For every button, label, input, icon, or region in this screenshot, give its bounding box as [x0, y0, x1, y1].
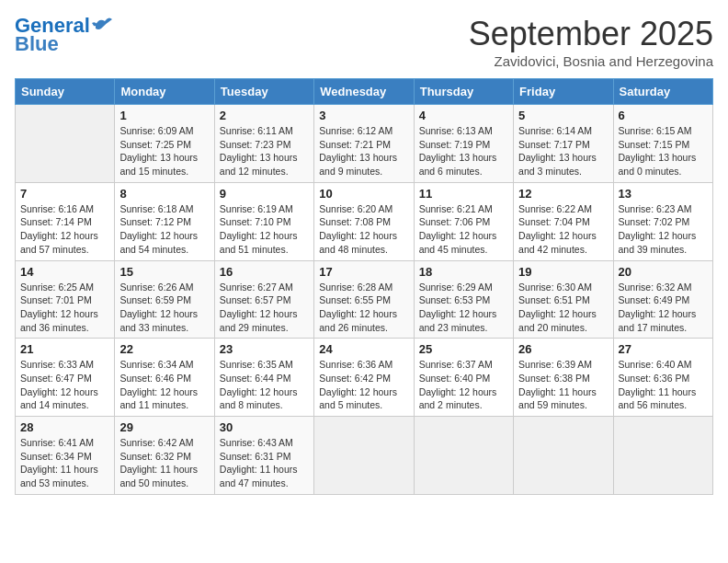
day-number: 8: [119, 187, 209, 201]
calendar-cell: 1Sunrise: 6:09 AM Sunset: 7:25 PM Daylig…: [115, 105, 214, 183]
day-number: 19: [518, 265, 608, 279]
day-info: Sunrise: 6:14 AM Sunset: 7:17 PM Dayligh…: [518, 124, 608, 178]
day-number: 25: [419, 342, 508, 356]
calendar-cell: 14Sunrise: 6:25 AM Sunset: 7:01 PM Dayli…: [16, 260, 115, 339]
calendar-cell: 11Sunrise: 6:21 AM Sunset: 7:06 PM Dayli…: [414, 182, 513, 260]
day-number: 16: [220, 265, 309, 279]
day-info: Sunrise: 6:32 AM Sunset: 6:49 PM Dayligh…: [619, 281, 708, 335]
calendar-cell: 29Sunrise: 6:42 AM Sunset: 6:32 PM Dayli…: [115, 417, 214, 495]
day-info: Sunrise: 6:11 AM Sunset: 7:23 PM Dayligh…: [220, 124, 309, 178]
day-number: 10: [319, 187, 408, 201]
day-info: Sunrise: 6:33 AM Sunset: 6:47 PM Dayligh…: [20, 358, 109, 412]
day-number: 18: [419, 265, 508, 279]
calendar-cell: 24Sunrise: 6:36 AM Sunset: 6:42 PM Dayli…: [314, 339, 414, 417]
calendar-cell: 23Sunrise: 6:35 AM Sunset: 6:44 PM Dayli…: [214, 339, 313, 417]
day-info: Sunrise: 6:23 AM Sunset: 7:02 PM Dayligh…: [619, 202, 708, 257]
weekday-header-friday: Friday: [514, 79, 613, 105]
calendar-cell: 3Sunrise: 6:12 AM Sunset: 7:21 PM Daylig…: [314, 105, 414, 183]
calendar-cell: 12Sunrise: 6:22 AM Sunset: 7:04 PM Dayli…: [514, 182, 613, 260]
calendar-week-row: 28Sunrise: 6:41 AM Sunset: 6:34 PM Dayli…: [16, 417, 713, 495]
day-info: Sunrise: 6:30 AM Sunset: 6:51 PM Dayligh…: [518, 281, 608, 335]
calendar-cell: [613, 417, 712, 495]
calendar-cell: 22Sunrise: 6:34 AM Sunset: 6:46 PM Dayli…: [115, 339, 214, 417]
day-number: 27: [619, 342, 708, 356]
calendar-cell: 27Sunrise: 6:40 AM Sunset: 6:36 PM Dayli…: [613, 339, 712, 417]
day-number: 3: [319, 109, 408, 122]
calendar-cell: 25Sunrise: 6:37 AM Sunset: 6:40 PM Dayli…: [414, 339, 513, 417]
weekday-header-sunday: Sunday: [16, 79, 115, 105]
calendar-cell: 10Sunrise: 6:20 AM Sunset: 7:08 PM Dayli…: [314, 182, 414, 260]
day-info: Sunrise: 6:28 AM Sunset: 6:55 PM Dayligh…: [319, 281, 408, 335]
day-info: Sunrise: 6:36 AM Sunset: 6:42 PM Dayligh…: [319, 358, 408, 412]
calendar-cell: 8Sunrise: 6:18 AM Sunset: 7:12 PM Daylig…: [115, 182, 214, 260]
weekday-header-monday: Monday: [115, 79, 214, 105]
calendar-week-row: 14Sunrise: 6:25 AM Sunset: 7:01 PM Dayli…: [16, 260, 713, 339]
day-info: Sunrise: 6:09 AM Sunset: 7:25 PM Dayligh…: [119, 124, 209, 178]
weekday-header-thursday: Thursday: [414, 79, 513, 105]
day-number: 2: [220, 109, 309, 122]
day-number: 20: [619, 265, 708, 279]
day-info: Sunrise: 6:39 AM Sunset: 6:38 PM Dayligh…: [518, 358, 608, 412]
calendar-cell: 9Sunrise: 6:19 AM Sunset: 7:10 PM Daylig…: [214, 182, 313, 260]
calendar-cell: 19Sunrise: 6:30 AM Sunset: 6:51 PM Dayli…: [514, 260, 613, 339]
calendar-cell: 28Sunrise: 6:41 AM Sunset: 6:34 PM Dayli…: [16, 417, 115, 495]
day-info: Sunrise: 6:25 AM Sunset: 7:01 PM Dayligh…: [20, 281, 109, 335]
calendar-cell: [514, 417, 613, 495]
page-header: General Blue September 2025 Zavidovici, …: [15, 15, 713, 69]
day-info: Sunrise: 6:22 AM Sunset: 7:04 PM Dayligh…: [518, 202, 608, 257]
calendar-cell: [414, 417, 513, 495]
calendar-cell: 13Sunrise: 6:23 AM Sunset: 7:02 PM Dayli…: [613, 182, 712, 260]
day-info: Sunrise: 6:26 AM Sunset: 6:59 PM Dayligh…: [119, 281, 209, 335]
calendar-cell: 18Sunrise: 6:29 AM Sunset: 6:53 PM Dayli…: [414, 260, 513, 339]
day-number: 17: [319, 265, 408, 279]
day-number: 29: [119, 420, 209, 434]
calendar-week-row: 21Sunrise: 6:33 AM Sunset: 6:47 PM Dayli…: [16, 339, 713, 417]
day-number: 21: [20, 342, 109, 356]
day-info: Sunrise: 6:13 AM Sunset: 7:19 PM Dayligh…: [419, 124, 508, 178]
weekday-header-wednesday: Wednesday: [314, 79, 414, 105]
day-info: Sunrise: 6:37 AM Sunset: 6:40 PM Dayligh…: [419, 358, 508, 412]
calendar-cell: 5Sunrise: 6:14 AM Sunset: 7:17 PM Daylig…: [514, 105, 613, 183]
day-info: Sunrise: 6:20 AM Sunset: 7:08 PM Dayligh…: [319, 202, 408, 257]
day-info: Sunrise: 6:42 AM Sunset: 6:32 PM Dayligh…: [119, 436, 209, 490]
calendar-cell: 2Sunrise: 6:11 AM Sunset: 7:23 PM Daylig…: [214, 105, 313, 183]
day-info: Sunrise: 6:41 AM Sunset: 6:34 PM Dayligh…: [20, 436, 109, 490]
day-info: Sunrise: 6:21 AM Sunset: 7:06 PM Dayligh…: [419, 202, 508, 257]
calendar-cell: 17Sunrise: 6:28 AM Sunset: 6:55 PM Dayli…: [314, 260, 414, 339]
calendar-table: SundayMondayTuesdayWednesdayThursdayFrid…: [15, 78, 713, 495]
day-number: 6: [619, 109, 708, 122]
day-number: 22: [119, 342, 209, 356]
day-info: Sunrise: 6:15 AM Sunset: 7:15 PM Dayligh…: [619, 124, 708, 178]
calendar-cell: [314, 417, 414, 495]
logo-blue-text: Blue: [15, 33, 59, 55]
calendar-cell: 21Sunrise: 6:33 AM Sunset: 6:47 PM Dayli…: [16, 339, 115, 417]
day-info: Sunrise: 6:12 AM Sunset: 7:21 PM Dayligh…: [319, 124, 408, 178]
weekday-header-tuesday: Tuesday: [214, 79, 313, 105]
day-info: Sunrise: 6:16 AM Sunset: 7:14 PM Dayligh…: [20, 202, 109, 257]
day-info: Sunrise: 6:18 AM Sunset: 7:12 PM Dayligh…: [119, 202, 209, 257]
day-number: 26: [518, 342, 608, 356]
location-subtitle: Zavidovici, Bosnia and Herzegovina: [469, 53, 713, 69]
day-info: Sunrise: 6:34 AM Sunset: 6:46 PM Dayligh…: [119, 358, 209, 412]
day-info: Sunrise: 6:29 AM Sunset: 6:53 PM Dayligh…: [419, 281, 508, 335]
day-number: 28: [20, 420, 109, 434]
day-number: 15: [119, 265, 209, 279]
day-number: 9: [220, 187, 309, 201]
month-title: September 2025: [469, 15, 713, 53]
logo: General Blue: [15, 15, 112, 55]
weekday-header-row: SundayMondayTuesdayWednesdayThursdayFrid…: [16, 79, 713, 105]
calendar-cell: 7Sunrise: 6:16 AM Sunset: 7:14 PM Daylig…: [16, 182, 115, 260]
day-number: 4: [419, 109, 508, 122]
day-info: Sunrise: 6:43 AM Sunset: 6:31 PM Dayligh…: [220, 436, 309, 490]
calendar-cell: 26Sunrise: 6:39 AM Sunset: 6:38 PM Dayli…: [514, 339, 613, 417]
day-info: Sunrise: 6:27 AM Sunset: 6:57 PM Dayligh…: [220, 281, 309, 335]
day-number: 23: [220, 342, 309, 356]
day-number: 11: [419, 187, 508, 201]
weekday-header-saturday: Saturday: [613, 79, 712, 105]
calendar-cell: 20Sunrise: 6:32 AM Sunset: 6:49 PM Dayli…: [613, 260, 712, 339]
day-number: 24: [319, 342, 408, 356]
day-number: 12: [518, 187, 608, 201]
calendar-cell: 4Sunrise: 6:13 AM Sunset: 7:19 PM Daylig…: [414, 105, 513, 183]
calendar-cell: [16, 105, 115, 183]
day-info: Sunrise: 6:35 AM Sunset: 6:44 PM Dayligh…: [220, 358, 309, 412]
